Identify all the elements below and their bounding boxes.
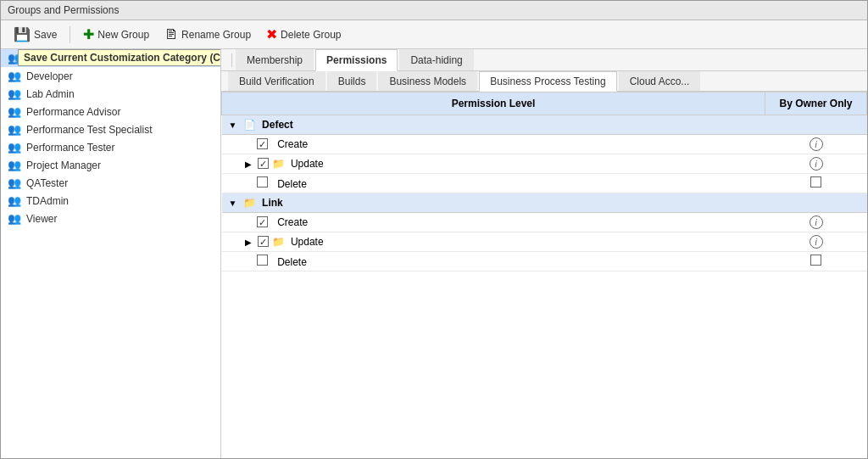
defect-update-folder-icon: 📁 (272, 158, 285, 170)
group-icon-performance-tester: 👥 (8, 141, 21, 154)
group-label-tdadmin: TDAdmin (26, 195, 69, 207)
section-link: ▼ 📁 Link (222, 193, 867, 213)
defect-create-info-icon[interactable]: i (810, 137, 823, 151)
group-item-viewer[interactable]: 👥 Viewer (1, 210, 220, 227)
main-tabs: Membership Permissions Data-hiding (221, 49, 867, 71)
sub-tab-cloud-accounts[interactable]: Cloud Acco... (619, 71, 701, 91)
delete-group-icon: ✖ (266, 26, 277, 42)
defect-label: Defect (262, 119, 293, 131)
link-folder-icon: 📁 (243, 197, 256, 209)
link-delete-owner-checkbox[interactable] (810, 255, 821, 266)
row-defect-create: ✓ Create i (222, 135, 867, 154)
tab-sep-left (231, 53, 232, 67)
tab-permissions[interactable]: Permissions (315, 49, 398, 71)
rename-group-button[interactable]: 🖹 Rename Group (159, 25, 257, 45)
link-update-folder-icon: 📁 (272, 236, 285, 248)
sub-tab-business-process-testing[interactable]: Business Process Testing (479, 71, 617, 92)
group-label-performance-test-specialist: Performance Test Specialist (26, 124, 153, 136)
link-update-checkbox[interactable]: ✓ (258, 236, 269, 247)
tab-data-hiding[interactable]: Data-hiding (399, 49, 473, 70)
group-label-performance-advisor: Performance Advisor (26, 106, 120, 118)
group-icon-qatester: 👥 (8, 176, 21, 189)
group-label-performance-tester: Performance Tester (26, 142, 115, 154)
sub-tab-builds[interactable]: Builds (327, 71, 377, 91)
group-item-project-manager[interactable]: 👥 Project Manager (1, 156, 220, 174)
defect-delete-label: Delete (277, 178, 307, 190)
defect-expand-icon[interactable]: ▼ (229, 120, 237, 130)
group-icon-tdadmin: 👥 (8, 194, 21, 207)
group-icon-developer: 👥 (8, 70, 21, 82)
rename-group-label: Rename Group (181, 29, 251, 41)
sub-tabs: Build Verification Builds Business Model… (221, 71, 867, 92)
group-icon-viewer: 👥 (8, 212, 21, 225)
col-permission-level: Permission Level (222, 92, 765, 115)
group-icon-performance-advisor: 👥 (8, 105, 21, 118)
defect-create-checkbox[interactable]: ✓ (257, 138, 268, 149)
link-create-info-icon[interactable]: i (810, 216, 823, 229)
group-label-viewer: Viewer (26, 213, 57, 225)
link-create-checkbox[interactable]: ✓ (257, 216, 268, 227)
link-update-info-icon[interactable]: i (810, 235, 823, 249)
group-label-project-manager: Project Manager (26, 160, 101, 171)
delete-group-label: Delete Group (281, 29, 341, 41)
tooltip-box: Save Current Customization Category (Ctr… (18, 49, 221, 66)
tab-membership[interactable]: Membership (236, 49, 314, 70)
row-link-create: ✓ Create i (222, 213, 867, 232)
sub-tab-business-models[interactable]: Business Models (378, 71, 477, 91)
group-label-lab-admin: Lab Admin (26, 88, 75, 100)
defect-update-label: Update (291, 158, 324, 170)
defect-icon: 📄 (243, 119, 256, 131)
group-icon-project-manager: 👥 (8, 159, 21, 171)
toolbar-separator-1 (70, 26, 70, 43)
row-defect-delete: Delete (222, 174, 867, 193)
main-content: 👥 Business Analyst Save Current Customiz… (1, 49, 867, 458)
defect-update-checkbox[interactable]: ✓ (258, 158, 269, 169)
row-link-delete: Delete (222, 252, 867, 271)
group-label-developer: Developer (26, 70, 73, 82)
group-item-business-analyst[interactable]: 👥 Business Analyst Save Current Customiz… (1, 49, 220, 67)
group-item-developer[interactable]: 👥 Developer (1, 67, 220, 85)
row-link-update: ▶ ✓ 📁 Update i (222, 232, 867, 252)
col-by-owner-only: By Owner Only (765, 92, 867, 115)
save-label: Save (34, 29, 57, 41)
window-title: Groups and Permissions (8, 4, 119, 16)
group-item-performance-tester[interactable]: 👥 Performance Tester (1, 138, 220, 156)
group-item-qatester[interactable]: 👥 QATester (1, 174, 220, 192)
link-delete-label: Delete (277, 256, 307, 268)
save-button[interactable]: 💾 Save (8, 24, 63, 45)
new-group-icon: ✚ (83, 26, 94, 42)
link-create-label: Create (277, 216, 308, 228)
groups-list: 👥 Business Analyst Save Current Customiz… (1, 49, 221, 458)
toolbar: 💾 Save ✚ New Group 🖹 Rename Group ✖ Dele… (1, 20, 867, 49)
main-window: Groups and Permissions 💾 Save ✚ New Grou… (0, 0, 868, 459)
title-bar: Groups and Permissions (1, 1, 867, 20)
defect-delete-owner-checkbox[interactable] (810, 176, 821, 188)
group-item-lab-admin[interactable]: 👥 Lab Admin (1, 85, 220, 103)
group-item-tdadmin[interactable]: 👥 TDAdmin (1, 192, 220, 210)
group-icon-lab-admin: 👥 (8, 87, 21, 100)
link-update-expand-icon[interactable]: ▶ (245, 238, 252, 247)
defect-create-label: Create (277, 138, 308, 150)
defect-delete-checkbox[interactable] (257, 176, 268, 188)
row-defect-update: ▶ ✓ 📁 Update i (222, 154, 867, 174)
delete-group-button[interactable]: ✖ Delete Group (260, 24, 347, 45)
link-label: Link (262, 197, 283, 209)
new-group-button[interactable]: ✚ New Group (77, 24, 155, 45)
defect-update-expand-icon[interactable]: ▶ (245, 160, 252, 169)
section-defect: ▼ 📄 Defect (222, 115, 867, 135)
save-icon: 💾 (14, 26, 31, 42)
sub-tab-build-verification[interactable]: Build Verification (228, 71, 326, 91)
link-delete-checkbox[interactable] (257, 255, 268, 266)
group-label-qatester: QATester (26, 177, 68, 189)
new-group-label: New Group (97, 29, 149, 41)
group-item-performance-advisor[interactable]: 👥 Performance Advisor (1, 103, 220, 120)
link-update-label: Update (291, 236, 324, 248)
group-item-performance-test-specialist[interactable]: 👥 Performance Test Specialist (1, 120, 220, 138)
permissions-table: Permission Level By Owner Only ▼ 📄 Defec… (221, 92, 867, 271)
permissions-panel: Permission Level By Owner Only ▼ 📄 Defec… (221, 92, 867, 458)
right-panel: Membership Permissions Data-hiding Build… (221, 49, 867, 458)
rename-group-icon: 🖹 (164, 27, 178, 42)
link-expand-icon[interactable]: ▼ (229, 199, 237, 208)
defect-update-info-icon[interactable]: i (810, 157, 823, 171)
group-icon-performance-test-specialist: 👥 (8, 123, 21, 136)
